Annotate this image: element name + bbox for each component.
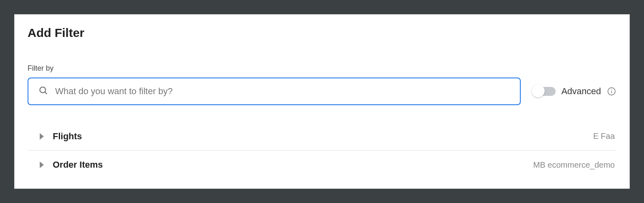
item-name: Order Items: [53, 160, 103, 170]
toggle-knob: [532, 84, 545, 97]
filter-by-label: Filter by: [28, 64, 616, 73]
svg-line-1: [45, 92, 47, 94]
svg-point-4: [611, 89, 612, 90]
advanced-label: Advanced: [561, 86, 601, 97]
item-meta: E Faa: [593, 132, 615, 141]
info-icon[interactable]: [607, 86, 616, 96]
item-name: Flights: [53, 131, 82, 142]
filter-search-input[interactable]: [55, 78, 510, 104]
advanced-group: Advanced: [533, 86, 616, 97]
panel-title: Add Filter: [28, 26, 616, 40]
svg-point-0: [40, 87, 45, 93]
list-item[interactable]: Order Items MB ecommerce_demo: [28, 151, 616, 179]
item-meta: MB ecommerce_demo: [533, 160, 615, 170]
advanced-toggle[interactable]: [533, 87, 556, 96]
search-box[interactable]: [28, 78, 521, 105]
search-icon: [38, 85, 55, 97]
chevron-right-icon: [40, 133, 44, 140]
chevron-right-icon: [40, 162, 44, 168]
list-item[interactable]: Flights E Faa: [28, 122, 616, 151]
filter-source-list: Flights E Faa Order Items MB ecommerce_d…: [28, 122, 616, 179]
search-row: Advanced: [28, 78, 616, 105]
add-filter-panel: Add Filter Filter by Advanced: [14, 14, 630, 189]
